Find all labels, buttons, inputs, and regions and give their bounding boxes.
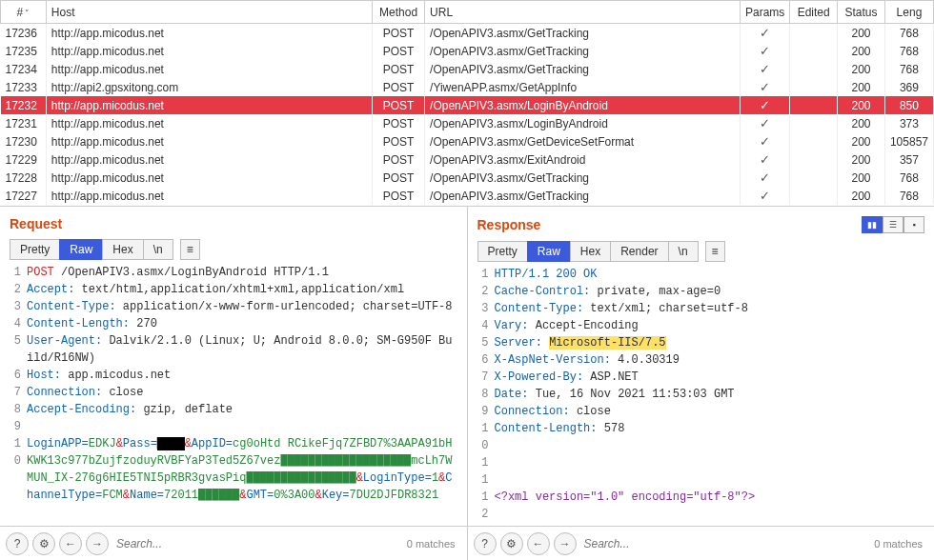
table-row[interactable]: 17228http://app.micodus.netPOST/OpenAPIV… bbox=[1, 169, 934, 187]
tab-newline[interactable]: \n bbox=[668, 241, 699, 262]
table-row[interactable]: 17232http://app.micodus.netPOST/OpenAPIV… bbox=[1, 96, 934, 114]
hamburger-icon[interactable]: ≡ bbox=[705, 241, 725, 262]
gear-icon[interactable]: ⚙ bbox=[500, 532, 523, 555]
col-url[interactable]: URL bbox=[425, 1, 741, 24]
col-edited[interactable]: Edited bbox=[790, 1, 838, 24]
table-row[interactable]: 17229http://app.micodus.netPOST/OpenAPIV… bbox=[1, 150, 934, 169]
tab-hex[interactable]: Hex bbox=[570, 241, 611, 262]
request-title: Request bbox=[10, 216, 62, 231]
response-panel: Response ▮▮ ☰ ▪ Pretty Raw Hex Render \n… bbox=[468, 207, 935, 526]
table-header-row[interactable]: #˅ Host Method URL Params Edited Status … bbox=[1, 1, 934, 24]
hamburger-icon[interactable]: ≡ bbox=[180, 239, 200, 260]
back-icon[interactable]: ← bbox=[527, 532, 550, 555]
help-icon[interactable]: ? bbox=[474, 532, 497, 555]
response-body[interactable]: 1HTTP/1.1 200 OK2Cache-Control: private,… bbox=[477, 266, 925, 526]
search-input[interactable] bbox=[580, 533, 871, 554]
table-row[interactable]: 17234http://app.micodus.netPOST/OpenAPIV… bbox=[1, 60, 934, 78]
response-title: Response bbox=[477, 217, 541, 232]
table-row[interactable]: 17231http://app.micodus.netPOST/OpenAPIV… bbox=[1, 114, 934, 132]
table-row[interactable]: 17233http://api2.gpsxitong.comPOST/Yiwen… bbox=[1, 78, 934, 96]
col-host[interactable]: Host bbox=[46, 1, 372, 24]
view-vertical-icon[interactable]: ☰ bbox=[883, 216, 904, 233]
gear-icon[interactable]: ⚙ bbox=[32, 532, 55, 555]
col-params[interactable]: Params bbox=[740, 1, 789, 24]
tab-pretty[interactable]: Pretty bbox=[10, 239, 60, 260]
help-icon[interactable]: ? bbox=[6, 532, 29, 555]
tab-raw[interactable]: Raw bbox=[527, 241, 571, 262]
request-body[interactable]: 1POST /OpenAPIV3.asmx/LoginByAndroid HTT… bbox=[10, 264, 457, 526]
tab-raw[interactable]: Raw bbox=[59, 239, 103, 260]
tab-newline[interactable]: \n bbox=[143, 239, 173, 260]
view-single-icon[interactable]: ▪ bbox=[904, 216, 924, 233]
match-count: 0 matches bbox=[874, 538, 928, 550]
match-count: 0 matches bbox=[407, 538, 461, 550]
footer: ? ⚙ ← → 0 matches ? ⚙ ← → 0 matches bbox=[0, 526, 934, 560]
back-icon[interactable]: ← bbox=[59, 532, 82, 555]
forward-icon[interactable]: → bbox=[554, 532, 577, 555]
tab-render[interactable]: Render bbox=[610, 241, 668, 262]
table-row[interactable]: 17235http://app.micodus.netPOST/OpenAPIV… bbox=[1, 42, 934, 60]
request-panel: Request Pretty Raw Hex \n ≡ 1POST /OpenA… bbox=[0, 207, 468, 526]
col-status[interactable]: Status bbox=[838, 1, 885, 24]
request-table[interactable]: #˅ Host Method URL Params Edited Status … bbox=[0, 0, 934, 207]
col-length[interactable]: Leng bbox=[884, 1, 933, 24]
tab-pretty[interactable]: Pretty bbox=[477, 241, 528, 262]
col-num[interactable]: #˅ bbox=[1, 1, 47, 24]
search-input[interactable] bbox=[112, 533, 403, 554]
table-row[interactable]: 17227http://app.micodus.netPOST/OpenAPIV… bbox=[1, 187, 934, 205]
table-row[interactable]: 17236http://app.micodus.netPOST/OpenAPIV… bbox=[1, 24, 934, 43]
view-horizontal-icon[interactable]: ▮▮ bbox=[862, 216, 883, 233]
tab-hex[interactable]: Hex bbox=[102, 239, 143, 260]
table-row[interactable]: 17230http://app.micodus.netPOST/OpenAPIV… bbox=[1, 132, 934, 150]
forward-icon[interactable]: → bbox=[86, 532, 109, 555]
col-method[interactable]: Method bbox=[373, 1, 425, 24]
